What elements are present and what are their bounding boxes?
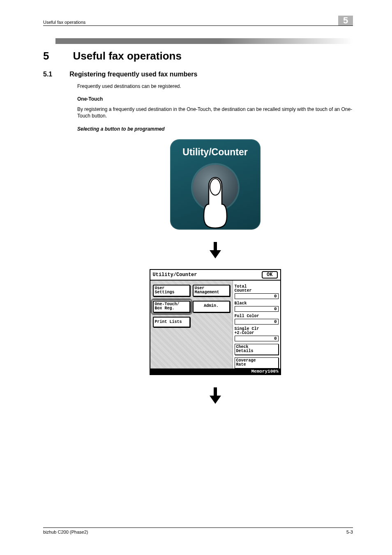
check-details-button[interactable]: Check Details: [235, 344, 279, 355]
section-title: Registering frequently used fax numbers: [69, 71, 197, 78]
user-settings-button[interactable]: User Settings: [153, 285, 190, 297]
total-counter-label: Total Counter: [235, 285, 279, 293]
running-title: Useful fax operations: [43, 20, 85, 25]
memory-status: Memory100%: [150, 368, 280, 374]
admin-button[interactable]: Admin.: [193, 301, 230, 313]
full-color-label: Full Color: [235, 314, 279, 318]
full-color-value: 0: [235, 319, 279, 325]
user-management-button[interactable]: User Management: [193, 285, 230, 297]
footer-left: bizhub C200 (Phase2): [43, 530, 88, 534]
lcd-screen: Utility/Counter OK User Settings User Ma…: [150, 269, 281, 375]
total-counter-value: 0: [235, 293, 279, 299]
one-touch-body: By registering a frequently used destina…: [77, 106, 353, 119]
print-lists-button[interactable]: Print Lists: [153, 317, 190, 328]
finger-press-icon: [199, 175, 232, 229]
page-footer: bizhub C200 (Phase2) 5-3: [43, 527, 353, 534]
lcd-title: Utility/Counter: [153, 272, 197, 278]
one-touch-box-reg-button[interactable]: One-Touch/ Box Reg.: [153, 301, 190, 313]
section-color-bar: [55, 38, 353, 44]
lcd-left-panel: User Settings User Management One-Touch/…: [150, 281, 233, 368]
down-arrow-icon: [210, 242, 221, 258]
chapter-number: 5: [43, 50, 49, 62]
footer-right: 5-3: [346, 530, 353, 534]
chapter-heading: 5 Useful fax operations: [43, 50, 353, 62]
coverage-rate-button[interactable]: Coverage Rate: [235, 357, 279, 368]
ok-button[interactable]: OK: [262, 271, 277, 279]
utility-counter-label: Utility/Counter: [170, 147, 261, 158]
running-header: Useful fax operations 5: [43, 16, 353, 26]
single-color-label: Single Clr +2-Color: [235, 327, 279, 335]
down-arrow-icon: [210, 387, 221, 404]
black-counter-label: Black: [235, 302, 279, 306]
single-color-value: 0: [235, 336, 279, 341]
section-number: 5.1: [43, 71, 52, 78]
chapter-title: Useful fax operations: [73, 50, 181, 62]
lcd-right-panel: Total Counter 0 Black 0 Full Color 0 Sin…: [233, 281, 280, 368]
intro-text: Frequently used destinations can be regi…: [77, 83, 353, 90]
section-heading: 5.1 Registering frequently used fax numb…: [43, 71, 353, 78]
selecting-heading: Selecting a button to be programmed: [77, 126, 353, 132]
black-counter-value: 0: [235, 306, 279, 312]
one-touch-heading: One-Touch: [77, 96, 353, 102]
utility-counter-button[interactable]: Utility/Counter: [170, 139, 261, 230]
chapter-badge: 5: [338, 16, 353, 25]
